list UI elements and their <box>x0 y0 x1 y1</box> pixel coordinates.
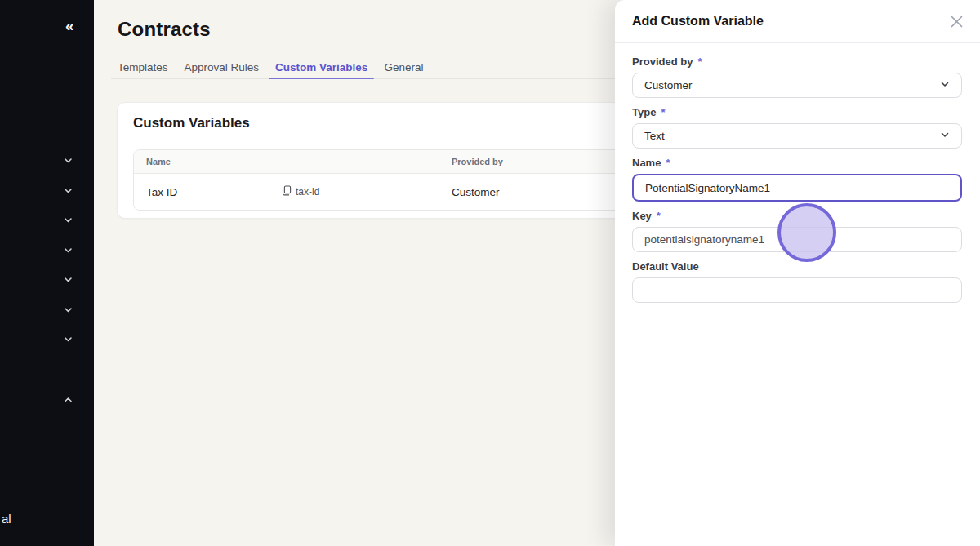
sidebar-clipped-text: al <box>2 511 11 527</box>
variable-key-badge[interactable]: tax-id <box>282 185 439 198</box>
copy-icon[interactable] <box>282 185 292 198</box>
name-input[interactable] <box>632 174 962 202</box>
variable-name: Tax ID <box>134 186 282 198</box>
type-value: Text <box>644 130 665 142</box>
field-type: Type * Text <box>632 105 962 149</box>
type-label: Type * <box>632 105 962 119</box>
default-value-input[interactable] <box>632 277 962 303</box>
chevron-up-icon[interactable] <box>63 394 74 405</box>
chevron-down-icon[interactable] <box>63 215 74 225</box>
required-marker: * <box>661 105 665 119</box>
column-header-name: Name <box>134 157 282 166</box>
field-provided-by: Provided by * Customer <box>632 55 962 98</box>
required-marker: * <box>657 209 661 223</box>
variable-key-text: tax-id <box>296 186 319 198</box>
label-text: Default Value <box>632 260 699 273</box>
provided-by-select[interactable]: Customer <box>632 73 962 98</box>
tab-custom-variables[interactable]: Custom Variables <box>269 57 374 78</box>
sidebar: « al <box>0 0 94 546</box>
close-icon[interactable] <box>947 12 965 30</box>
provided-by-value: Customer <box>644 79 693 91</box>
drawer-title: Add Custom Variable <box>632 14 764 29</box>
label-text: Type <box>632 105 656 119</box>
field-key: Key * <box>632 209 962 252</box>
chevron-down-icon[interactable] <box>63 245 74 255</box>
chevron-down-icon <box>939 129 951 144</box>
chevron-down-icon[interactable] <box>63 304 74 315</box>
label-text: Key <box>632 209 652 223</box>
chevron-down-icon[interactable] <box>63 274 74 285</box>
drawer-header: Add Custom Variable <box>615 0 980 43</box>
label-text: Provided by <box>632 55 693 69</box>
chevron-down-icon[interactable] <box>63 185 74 196</box>
tab-approval-rules[interactable]: Approval Rules <box>178 57 266 78</box>
chevron-down-icon <box>939 78 951 93</box>
field-name: Name * <box>632 156 962 202</box>
label-text: Name <box>632 156 661 170</box>
chevron-down-icon[interactable] <box>63 334 74 344</box>
key-input[interactable] <box>632 227 962 252</box>
default-value-label: Default Value <box>632 260 962 273</box>
page-title: Contracts <box>118 18 211 41</box>
provided-by-label: Provided by * <box>632 55 962 69</box>
required-marker: * <box>666 156 670 170</box>
tab-templates[interactable]: Templates <box>111 57 175 78</box>
drawer-body: Provided by * Customer Type * Text Name … <box>615 43 980 303</box>
required-marker: * <box>697 55 702 69</box>
add-custom-variable-drawer: Add Custom Variable Provided by * Custom… <box>615 0 980 546</box>
sidebar-collapse-icon[interactable]: « <box>65 16 74 36</box>
field-default-value: Default Value <box>632 260 962 303</box>
tab-general[interactable]: General <box>377 57 430 78</box>
type-select[interactable]: Text <box>632 123 962 149</box>
key-label: Key * <box>632 209 962 223</box>
chevron-down-icon[interactable] <box>63 155 74 166</box>
name-label: Name * <box>632 156 962 170</box>
